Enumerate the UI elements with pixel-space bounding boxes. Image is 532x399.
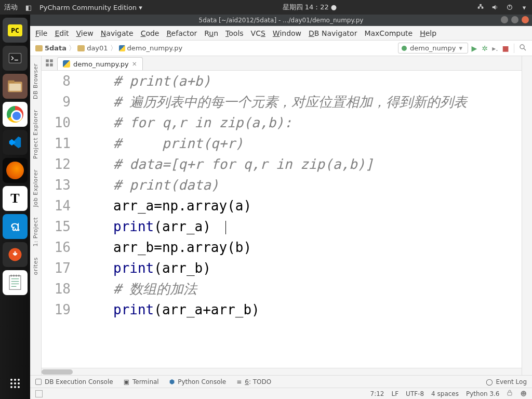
svg-rect-28 xyxy=(508,392,512,395)
tool-job-explorer[interactable]: Job Explorer xyxy=(31,164,40,212)
launcher-chrome[interactable] xyxy=(3,102,28,127)
menu-maxcompute[interactable]: MaxCompute xyxy=(364,29,413,37)
svg-point-10 xyxy=(10,275,12,277)
menu-db-navigator[interactable]: DB Navigator xyxy=(309,29,357,37)
folder-icon xyxy=(77,45,85,51)
debug-button[interactable]: ✲ xyxy=(481,44,489,52)
power-icon[interactable] xyxy=(506,4,513,11)
menu-view[interactable]: View xyxy=(76,29,94,37)
menu-file[interactable]: File xyxy=(35,29,47,37)
code-line: # 遍历列表中的每一个元素，对应位置相加，得到新的列表 xyxy=(94,91,467,112)
status-inspections-icon[interactable]: ☻ xyxy=(520,390,527,397)
menu-vcs[interactable]: VCS xyxy=(251,29,265,37)
volume-icon[interactable] xyxy=(491,4,499,11)
svg-point-11 xyxy=(13,275,15,277)
svg-point-15 xyxy=(14,379,16,381)
tool-db-browser[interactable]: DB Browser xyxy=(31,58,40,104)
svg-rect-1 xyxy=(482,7,484,9)
status-bar: 7:12 LF UTF-8 4 spaces Python 3.6 ☻ xyxy=(30,388,532,399)
code-editor[interactable]: 8# print(a+b) 9# 遍历列表中的每一个元素，对应位置相加，得到新的… xyxy=(42,71,522,375)
tool-todo[interactable]: ≡6: TODO xyxy=(236,378,271,385)
app-indicator[interactable]: PyCharm Community Edition ▾ xyxy=(39,4,142,11)
tool-event-log[interactable]: ◯Event Log xyxy=(486,378,527,385)
window-minimize[interactable] xyxy=(501,16,508,23)
breadcrumb-folder[interactable]: day01 xyxy=(77,44,108,52)
tool-project-explorer[interactable]: Project Explorer xyxy=(31,104,40,164)
stop-button[interactable]: ■ xyxy=(501,44,510,52)
editor-tab-demo-numpy[interactable]: demo_numpy.py × xyxy=(57,57,143,70)
line-number: 19 xyxy=(42,299,78,320)
status-caret-position[interactable]: 7:12 xyxy=(370,390,384,397)
launcher-app-q[interactable]: ଘ xyxy=(3,214,28,239)
run-config-selector[interactable]: demo_numpy ▾ xyxy=(398,43,468,54)
status-line-separator[interactable]: LF xyxy=(392,390,399,397)
run-coverage-button[interactable]: ▸. xyxy=(491,44,499,52)
system-clock[interactable]: 星期四 14：22 ● xyxy=(283,3,337,11)
activities-button[interactable]: 活动 xyxy=(4,3,18,12)
launcher-pycharm[interactable]: PC xyxy=(3,18,28,43)
project-icon[interactable] xyxy=(45,58,54,68)
tool-python-console[interactable]: ⬢Python Console xyxy=(169,378,227,385)
horizontal-scrollbar[interactable] xyxy=(42,368,522,375)
search-everywhere-button[interactable] xyxy=(518,43,527,53)
launcher-software-updater[interactable] xyxy=(3,242,28,267)
menu-tools[interactable]: Tools xyxy=(225,29,244,37)
menu-window[interactable]: Window xyxy=(273,29,301,37)
svg-rect-0 xyxy=(478,7,480,9)
menu-help[interactable]: Help xyxy=(420,29,436,37)
launcher-text-editor[interactable]: T xyxy=(3,186,28,211)
text-cursor xyxy=(225,221,226,234)
svg-point-21 xyxy=(14,386,16,388)
svg-point-23 xyxy=(520,45,524,49)
launcher-firefox[interactable] xyxy=(3,158,28,183)
status-encoding[interactable]: UTF-8 xyxy=(406,390,424,397)
chevron-down-icon: ▾ xyxy=(459,44,462,52)
chrome-icon xyxy=(7,106,23,123)
window-maximize[interactable] xyxy=(511,16,518,23)
event-log-icon: ◯ xyxy=(486,378,493,385)
firefox-icon xyxy=(6,162,24,179)
tool-terminal[interactable]: ▣Terminal xyxy=(124,378,159,385)
menu-bar: File Edit View Navigate Code Refactor Ru… xyxy=(30,26,532,41)
code-line: print(arr_a) xyxy=(94,216,226,237)
status-indent[interactable]: 4 spaces xyxy=(431,390,459,397)
menu-edit[interactable]: Edit xyxy=(55,29,69,37)
tool-db-console[interactable]: DB Execution Console xyxy=(35,378,113,385)
pycharm-indicator-icon: ◧ xyxy=(25,4,32,11)
svg-rect-27 xyxy=(50,63,53,66)
todo-icon: ≡ xyxy=(236,378,242,385)
code-line: print(arr_b) xyxy=(94,258,211,278)
chevron-down-icon[interactable]: ▾ xyxy=(521,4,528,11)
status-lock-icon[interactable] xyxy=(507,390,513,397)
tool-favorites[interactable]: orites xyxy=(31,252,40,280)
run-button[interactable]: ▶ xyxy=(470,44,478,52)
launcher-vscode[interactable] xyxy=(3,130,28,155)
menu-run[interactable]: Run xyxy=(204,29,218,37)
launcher-show-apps[interactable] xyxy=(3,371,28,396)
line-number: 13 xyxy=(42,175,78,195)
code-line: print(arr_a+arr_b) xyxy=(94,299,260,320)
breadcrumb-root[interactable]: 5data xyxy=(35,44,66,52)
menu-code[interactable]: Code xyxy=(141,29,159,37)
svg-rect-7 xyxy=(9,84,21,91)
toolbar-divider xyxy=(514,44,514,53)
launcher-terminal[interactable] xyxy=(3,46,28,71)
code-line: # 数组的加法 xyxy=(94,278,197,299)
menu-refactor[interactable]: Refactor xyxy=(166,29,197,37)
tool-project[interactable]: 1: Project xyxy=(31,212,40,252)
network-icon[interactable] xyxy=(477,4,484,11)
launcher-files[interactable] xyxy=(3,74,28,99)
breadcrumb-file[interactable]: demo_numpy.py xyxy=(119,44,183,52)
launcher-notes[interactable] xyxy=(3,270,28,295)
ubuntu-launcher: PC T ଘ xyxy=(0,15,30,399)
menu-navigate[interactable]: Navigate xyxy=(101,29,134,37)
window-close[interactable] xyxy=(522,16,529,23)
svg-point-13 xyxy=(18,275,20,277)
line-number: 18 xyxy=(42,278,78,299)
status-interpreter[interactable]: Python 3.6 xyxy=(466,390,500,397)
status-tool-window-toggle[interactable] xyxy=(35,390,43,397)
terminal-icon: ▣ xyxy=(124,378,129,385)
svg-point-19 xyxy=(18,382,20,384)
close-tab-icon[interactable]: × xyxy=(132,60,137,68)
code-line: arr_b=np.array(b) xyxy=(94,237,251,258)
